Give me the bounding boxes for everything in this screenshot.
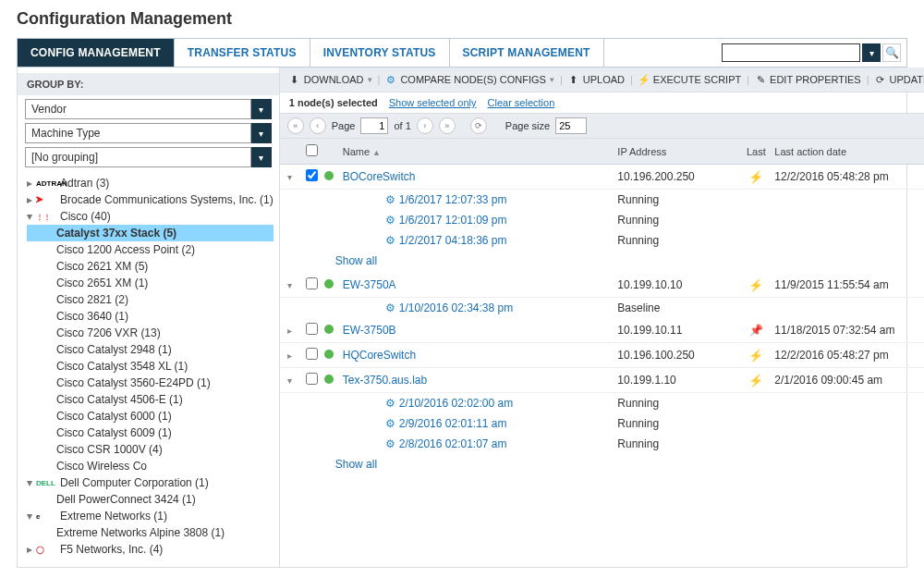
tree-vendor-node[interactable]: ▸ADTRANAdtran (3): [27, 175, 274, 191]
config-snapshot-row[interactable]: ⚙1/6/2017 12:07:33 pm Running: [280, 190, 924, 210]
pager-page-input[interactable]: [360, 117, 388, 134]
tree-model-node[interactable]: Dell PowerConnect 3424 (1): [27, 491, 274, 508]
row-checkbox[interactable]: [306, 373, 318, 385]
groupby-select-none[interactable]: [No grouping]: [25, 147, 251, 167]
download-button[interactable]: ⬇DOWNLOAD▾: [287, 72, 374, 87]
tab-inventory-status[interactable]: INVENTORY STATUS: [310, 39, 450, 67]
grid-row[interactable]: ▸ HQCoreSwitch 10.196.100.250 ⚡ 12/2/201…: [280, 343, 924, 368]
grid-row[interactable]: ▾ BOCoreSwitch 10.196.200.250 ⚡ 12/2/201…: [280, 165, 924, 190]
tree-model-node[interactable]: Cisco Catalyst 2948 (1): [27, 341, 274, 358]
tree-model-node[interactable]: Extreme Networks Alpine 3808 (1): [27, 524, 274, 541]
show-selected-link[interactable]: Show selected only: [389, 97, 477, 108]
tree-model-node[interactable]: Cisco 1200 Access Point (2): [27, 241, 274, 258]
snapshot-timestamp-link[interactable]: 2/8/2016 02:01:07 am: [399, 437, 507, 450]
pager-prev-button[interactable]: ‹: [310, 117, 326, 134]
grid-row[interactable]: ▸ EW-3750B 10.199.10.11 📌 11/18/2015 07:…: [280, 318, 924, 343]
tree-vendor-node[interactable]: ▸⮞Brocade Communications Systems, Inc. (…: [27, 191, 274, 208]
snapshot-timestamp-link[interactable]: 1/6/2017 12:07:33 pm: [399, 193, 507, 206]
config-snapshot-row[interactable]: ⚙2/10/2016 02:02:00 am Running: [280, 393, 924, 413]
column-header-date[interactable]: Last action date: [774, 146, 924, 157]
show-all-link[interactable]: Show all: [335, 458, 377, 471]
tree-model-node[interactable]: Cisco CSR 1000V (4): [27, 441, 274, 458]
pager-first-button[interactable]: «: [287, 117, 304, 134]
groupby-select-vendor[interactable]: Vendor: [25, 99, 251, 119]
search-dropdown-button[interactable]: ▾: [862, 43, 881, 62]
clear-selection-link[interactable]: Clear selection: [488, 97, 555, 108]
grid-row[interactable]: ▾ Tex-3750.aus.lab 10.199.1.10 ⚡ 2/1/201…: [280, 368, 924, 393]
snapshot-timestamp-link[interactable]: 2/9/2016 02:01:11 am: [399, 417, 507, 430]
tree-model-node[interactable]: Cisco 2821 (2): [27, 291, 274, 308]
snapshot-timestamp-link[interactable]: 2/10/2016 02:02:00 am: [399, 397, 513, 410]
tree-vendor-node[interactable]: ▾eExtreme Networks (1): [27, 508, 274, 524]
pager-size-input[interactable]: [555, 117, 587, 134]
execute-script-button[interactable]: ⚡EXECUTE SCRIPT: [637, 72, 743, 87]
expand-toggle[interactable]: ▾: [287, 280, 292, 290]
show-all-link[interactable]: Show all: [335, 254, 377, 267]
row-checkbox[interactable]: [306, 348, 318, 360]
grid-body: ▾ BOCoreSwitch 10.196.200.250 ⚡ 12/2/201…: [280, 165, 924, 476]
snapshot-status: Running: [617, 193, 737, 206]
tab-transfer-status[interactable]: TRANSFER STATUS: [175, 39, 310, 67]
tree-vendor-node[interactable]: ▸◯F5 Networks, Inc. (4): [27, 541, 274, 558]
snapshot-timestamp-link[interactable]: 1/10/2016 02:34:38 pm: [399, 301, 513, 314]
tree-model-node[interactable]: Cisco Catalyst 3560-E24PD (1): [27, 375, 274, 391]
tree-vendor-node[interactable]: ▾DELLDell Computer Corporation (1): [27, 474, 274, 491]
groupby-select-machine[interactable]: Machine Type: [25, 123, 251, 143]
update-button[interactable]: ⟳UPDATE: [873, 72, 924, 87]
row-checkbox[interactable]: [306, 277, 318, 289]
search-button[interactable]: 🔍: [882, 43, 901, 62]
config-snapshot-row[interactable]: ⚙1/10/2016 02:34:38 pm Baseline: [280, 298, 924, 318]
tree-model-node[interactable]: Cisco Catalyst 3548 XL (1): [27, 358, 274, 375]
node-name-link[interactable]: HQCoreSwitch: [343, 349, 416, 362]
groupby-vendor-dropdown[interactable]: ▾: [251, 99, 272, 119]
download-label: DOWNLOAD: [304, 74, 364, 85]
tree-model-node[interactable]: Cisco Catalyst 6000 (1): [27, 408, 274, 424]
tab-script-management[interactable]: SCRIPT MANAGEMENT: [450, 39, 604, 67]
caret-icon: ▾: [27, 476, 36, 489]
pager-refresh-button[interactable]: ⟳: [470, 117, 487, 134]
upload-button[interactable]: ⬆UPLOAD: [566, 72, 626, 87]
tree-vendor-node[interactable]: ▾⋮⋮Cisco (40): [27, 208, 274, 225]
search-input[interactable]: [722, 43, 860, 62]
upload-icon: ⬆: [568, 74, 579, 85]
edit-properties-button[interactable]: ✎EDIT PROPERTIES: [753, 72, 863, 87]
expand-toggle[interactable]: ▸: [287, 350, 292, 361]
tree-model-node[interactable]: Cisco 2651 XM (1): [27, 275, 274, 291]
snapshot-timestamp-link[interactable]: 1/2/2017 04:18:36 pm: [399, 234, 507, 247]
gear-icon: ⚙: [385, 234, 395, 247]
tree-model-node[interactable]: Cisco Catalyst 6009 (1): [27, 424, 274, 441]
tree-model-node[interactable]: Cisco Catalyst 4506-E (1): [27, 391, 274, 408]
expand-toggle[interactable]: ▾: [287, 172, 292, 182]
node-name-link[interactable]: BOCoreSwitch: [343, 170, 416, 183]
node-name-link[interactable]: Tex-3750.aus.lab: [343, 374, 427, 387]
config-snapshot-row[interactable]: ⚙1/2/2017 04:18:36 pm Running: [280, 230, 924, 251]
groupby-none-dropdown[interactable]: ▾: [251, 147, 272, 167]
config-snapshot-row[interactable]: ⚙2/9/2016 02:01:11 am Running: [280, 413, 924, 434]
last-action-icon-cell: ⚡: [737, 349, 774, 363]
column-header-last[interactable]: Last: [737, 146, 774, 157]
config-snapshot-row[interactable]: ⚙2/8/2016 02:01:07 am Running: [280, 434, 924, 454]
config-snapshot-row[interactable]: ⚙1/6/2017 12:01:09 pm Running: [280, 210, 924, 230]
node-name-link[interactable]: EW-3750A: [343, 278, 396, 291]
snapshot-timestamp-link[interactable]: 1/6/2017 12:01:09 pm: [399, 214, 507, 227]
groupby-machine-dropdown[interactable]: ▾: [251, 123, 272, 143]
column-header-name[interactable]: Name▲: [337, 146, 618, 157]
tree-model-node[interactable]: Catalyst 37xx Stack (5): [27, 225, 274, 241]
vendor-logo-icon: ADTRAN: [36, 179, 58, 189]
expand-toggle[interactable]: ▸: [287, 326, 292, 336]
tree-model-node[interactable]: Cisco 3640 (1): [27, 308, 274, 325]
pager-last-button[interactable]: »: [439, 117, 456, 134]
expand-toggle[interactable]: ▾: [287, 375, 292, 386]
tab-config-management[interactable]: CONFIG MANAGEMENT: [18, 39, 175, 67]
node-name-link[interactable]: EW-3750B: [343, 324, 396, 337]
grid-row[interactable]: ▾ EW-3750A 10.199.10.10 ⚡ 11/9/2015 11:5…: [280, 273, 924, 298]
pager-next-button[interactable]: ›: [417, 117, 433, 134]
column-header-ip[interactable]: IP Address: [617, 146, 737, 157]
row-checkbox[interactable]: [306, 169, 318, 181]
select-all-checkbox[interactable]: [306, 144, 318, 156]
tree-model-node[interactable]: Cisco 2621 XM (5): [27, 258, 274, 275]
tree-model-node[interactable]: Cisco 7206 VXR (13): [27, 325, 274, 341]
compare-button[interactable]: ⚙COMPARE NODE(S) CONFIGS▾: [383, 72, 555, 87]
row-checkbox[interactable]: [306, 323, 318, 335]
tree-model-node[interactable]: Cisco Wireless Co: [27, 458, 274, 474]
